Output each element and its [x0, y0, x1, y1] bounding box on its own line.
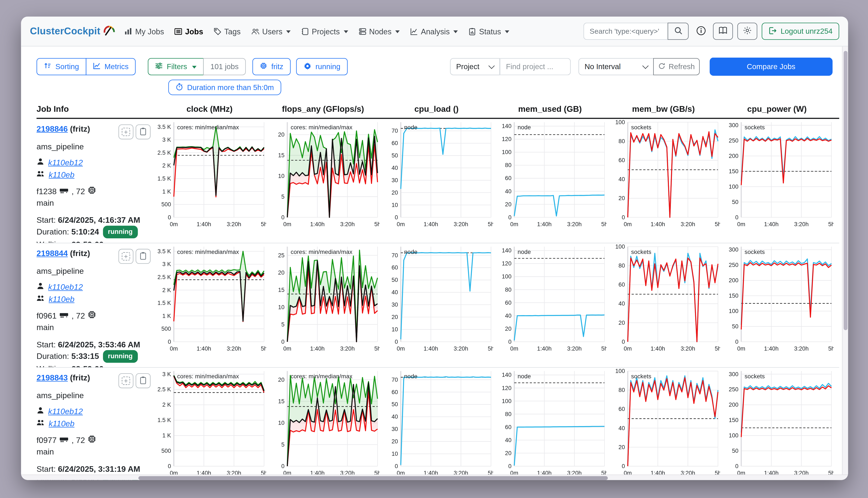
svg-text:sockets: sockets — [631, 249, 651, 255]
svg-text:1:40h: 1:40h — [537, 221, 552, 227]
logout-button[interactable]: Logout unrz254 — [762, 23, 839, 40]
svg-text:sockets: sockets — [631, 124, 651, 131]
vertical-scrollbar[interactable] — [842, 47, 848, 474]
metric-plot[interactable]: 05101520250m1:40h3:20h5hcores: min/media… — [266, 243, 380, 368]
settings-button[interactable] — [738, 23, 757, 40]
add-tag-button[interactable]: + — [118, 249, 133, 264]
metric-plot[interactable]: 0501001502002503000m1:40h3:20h5hsockets — [720, 368, 834, 480]
nav-nodes[interactable]: Nodes — [359, 27, 400, 36]
metric-plot[interactable]: 05001 K1.5 K2 K2.5 K3 K3.5 K0m1:40h3:20h… — [153, 243, 266, 368]
svg-text:3:20h: 3:20h — [454, 221, 468, 227]
svg-text:3 K: 3 K — [162, 136, 171, 143]
metric-plot[interactable]: 0204060801001201400m1:40h3:20h5hnode — [493, 243, 607, 368]
svg-text:20: 20 — [278, 131, 284, 138]
job-group-link[interactable]: k110eb — [49, 419, 75, 428]
svg-text:2 K: 2 K — [162, 287, 171, 293]
cluster-filter-button[interactable]: fritz — [253, 58, 291, 75]
copy-clipboard-button[interactable] — [136, 124, 151, 139]
svg-text:20: 20 — [505, 325, 512, 332]
horizontal-scrollbar-thumb[interactable] — [138, 476, 608, 480]
svg-text:10: 10 — [278, 304, 284, 311]
svg-text:node: node — [404, 124, 417, 131]
state-filter-button[interactable]: running — [296, 58, 347, 75]
job-user-link[interactable]: k110eb12 — [48, 158, 82, 167]
jobs-count-label: 101 jobs — [203, 58, 246, 75]
project-search-input[interactable] — [500, 58, 571, 75]
job-id-link[interactable]: 2198844 — [37, 249, 68, 258]
horizontal-scrollbar[interactable] — [21, 474, 848, 480]
metric-plot[interactable]: 051015200m1:40h3:20h5hcores: min/median/… — [266, 368, 380, 480]
nav-my-jobs[interactable]: My Jobs — [125, 27, 164, 36]
metric-plot[interactable]: 05001 K1.5 K2 K2.5 K3 K0m1:40h3:20h5hcor… — [153, 368, 266, 480]
cpu-chip-icon — [88, 186, 97, 196]
svg-text:3:20h: 3:20h — [794, 345, 809, 352]
nav-users[interactable]: Users — [251, 27, 291, 36]
filters-button[interactable]: Filters — [148, 58, 204, 75]
metrics-button[interactable]: Metrics — [86, 58, 136, 75]
nav-analysis[interactable]: Analysis — [410, 27, 458, 36]
sort-icon — [44, 62, 51, 71]
copy-clipboard-button[interactable] — [136, 373, 151, 388]
nav-status[interactable]: Status — [469, 27, 509, 36]
job-id-link[interactable]: 2198843 — [37, 373, 68, 382]
svg-text:0m: 0m — [737, 345, 745, 352]
chevron-down-icon — [395, 30, 400, 33]
nav-projects[interactable]: Projects — [301, 27, 348, 36]
sorting-button[interactable]: Sorting — [37, 58, 86, 75]
gauge-logo-icon — [103, 24, 116, 39]
refresh-button[interactable]: Refresh — [653, 58, 700, 75]
svg-text:50: 50 — [392, 152, 398, 159]
nav-tags[interactable]: Tags — [214, 27, 241, 36]
svg-text:1.5 K: 1.5 K — [157, 175, 171, 182]
brand[interactable]: ClusterCockpit — [30, 24, 116, 39]
add-tag-button[interactable]: + — [118, 373, 133, 388]
duration-filter-chip[interactable]: Duration more than 5h:0m — [168, 80, 281, 95]
job-id-link[interactable]: 2198846 — [37, 124, 68, 133]
metric-plot[interactable]: 0102030405060700m1:40h3:20h5hnode — [380, 119, 493, 243]
chevron-down-icon — [344, 30, 348, 33]
metric-plot[interactable]: 0204060801000m1:40h3:20h5hsockets — [607, 368, 720, 480]
svg-text:cores: min/median/max: cores: min/median/max — [291, 249, 353, 255]
interval-select[interactable]: No Interval — [578, 58, 653, 75]
memory-dimm-icon — [59, 435, 69, 444]
group-icon — [37, 294, 45, 304]
job-row: 2198844 (fritz) + ams_pipeline k110eb12 … — [37, 243, 839, 368]
metric-plot[interactable]: 0501001502002503000m1:40h3:20h5hsockets — [720, 243, 834, 368]
metric-plot[interactable]: 0501001502002503000m1:40h3:20h5hsockets — [720, 119, 834, 243]
filter-bar: Sorting Metrics Filters 101 jobs fritz — [21, 47, 848, 95]
svg-text:0m: 0m — [624, 221, 632, 227]
metric-plot[interactable]: 0204060801000m1:40h3:20h5hsockets — [607, 243, 720, 368]
add-tag-button[interactable]: + — [118, 124, 133, 139]
svg-text:150: 150 — [729, 168, 738, 174]
svg-text:3:20h: 3:20h — [340, 345, 355, 352]
metric-plot[interactable]: 0204060801000m1:40h3:20h5hsockets — [607, 119, 720, 243]
info-button[interactable] — [693, 23, 709, 40]
job-group-link[interactable]: k110eb — [49, 294, 75, 303]
job-user-link[interactable]: k110eb12 — [48, 407, 82, 416]
metric-plot[interactable]: 0102030405060700m1:40h3:20h5hnode — [380, 368, 493, 480]
svg-text:1 K: 1 K — [162, 313, 171, 319]
metric-plot[interactable]: 0102030405060700m1:40h3:20h5hnode — [380, 243, 493, 368]
search-button[interactable] — [668, 23, 689, 40]
desktop-background: ClusterCockpit My Jobs Jobs — [0, 0, 868, 498]
nav-jobs[interactable]: Jobs — [175, 27, 203, 36]
copy-clipboard-button[interactable] — [136, 249, 151, 264]
svg-text:cores: min/median/max: cores: min/median/max — [177, 373, 239, 380]
metric-plot[interactable]: 051015200m1:40h3:20h5hcores: min/median/… — [266, 119, 380, 243]
svg-text:100: 100 — [502, 149, 511, 155]
project-select[interactable]: Project — [450, 58, 500, 75]
docs-button[interactable] — [713, 23, 733, 40]
job-user-link[interactable]: k110eb12 — [48, 282, 82, 291]
metric-plot[interactable]: 0204060801001201400m1:40h3:20h5hnode — [493, 119, 607, 243]
job-partition: main — [37, 198, 153, 207]
metric-plot[interactable]: 05001 K1.5 K2 K2.5 K3 K3.5 K0m1:40h3:20h… — [153, 119, 266, 243]
svg-text:40: 40 — [618, 300, 625, 307]
compare-jobs-button[interactable]: Compare Jobs — [710, 57, 832, 76]
col-cpu-power: cpu_power (W) — [720, 104, 834, 113]
metric-plot[interactable]: 0204060801001201400m1:40h3:20h5hnode — [493, 368, 607, 480]
svg-text:0: 0 — [508, 214, 512, 221]
search-input[interactable] — [584, 23, 668, 40]
svg-text:200: 200 — [729, 401, 738, 408]
job-group-link[interactable]: k110eb — [49, 170, 75, 179]
vertical-scrollbar-thumb[interactable] — [843, 51, 847, 330]
